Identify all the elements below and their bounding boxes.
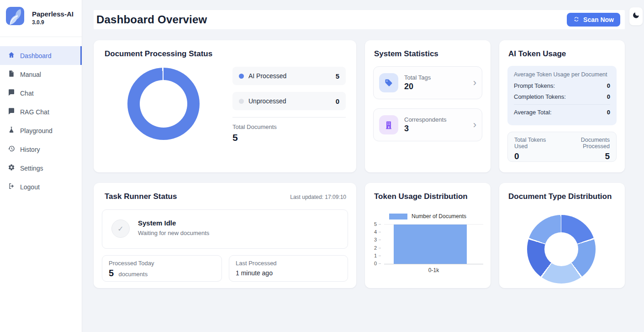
y-tick: 0 xyxy=(374,261,377,266)
processed-today-value: 5 xyxy=(109,268,114,278)
last-processed-panel: Last Processed 1 minute ago xyxy=(229,255,348,282)
legend-swatch xyxy=(389,214,407,220)
sidebar-item-history[interactable]: History xyxy=(0,140,82,159)
logout-icon xyxy=(8,182,15,191)
average-total-label: Average Total: xyxy=(514,109,552,116)
average-total-value: 0 xyxy=(607,109,610,116)
card-title: System Statistics xyxy=(374,49,438,59)
legend-label: AI Processed xyxy=(248,72,286,80)
status-subtitle: Waiting for new documents xyxy=(138,230,209,236)
sidebar-item-label: Logout xyxy=(20,183,40,191)
scan-now-label: Scan Now xyxy=(583,16,614,23)
app-logo-block: Paperless-AI 3.0.9 xyxy=(0,0,82,37)
y-tick: 1 xyxy=(374,253,377,258)
page-title: Dashboard Overview xyxy=(94,13,207,26)
total-tags-row[interactable]: Total Tags 20 › xyxy=(373,66,482,99)
sidebar-item-label: Dashboard xyxy=(20,52,52,59)
sidebar-item-label: Playground xyxy=(20,127,53,134)
document-processing-donut-chart xyxy=(127,68,200,140)
token-usage-distribution-card: Token Usage Distribution Number of Docum… xyxy=(365,183,491,288)
avg-usage-header: Average Token Usage per Document xyxy=(514,71,610,78)
status-title: System Idle xyxy=(138,219,176,227)
sidebar-item-label: History xyxy=(20,146,40,153)
card-title: Token Usage Distribution xyxy=(374,192,468,201)
token-usage-bar-chart xyxy=(384,224,483,264)
processed-today-label: Processed Today xyxy=(109,260,215,267)
card-title: Document Type Distribution xyxy=(508,192,612,201)
sidebar: Paperless-AI 3.0.9 Dashboard Manual Chat… xyxy=(0,0,82,332)
processing-legend: AI Processed 5 Unprocessed 0 Total Docum… xyxy=(232,67,346,143)
document-type-distribution-card: Document Type Distribution xyxy=(499,183,625,288)
moon-icon xyxy=(633,12,639,21)
sidebar-item-settings[interactable]: Settings xyxy=(0,159,82,177)
task-runner-status-card: Task Runner Status Last updated: 17:09:1… xyxy=(94,183,356,288)
building-icon xyxy=(379,115,398,134)
y-tick: 4 xyxy=(374,229,377,235)
document-processing-card: Document Processing Status AI Processed … xyxy=(94,40,356,172)
prompt-tokens-value: 0 xyxy=(607,82,610,89)
sidebar-item-rag-chat[interactable]: RAG Chat xyxy=(0,102,82,121)
stat-value: 3 xyxy=(404,124,447,134)
card-title: AI Token Usage xyxy=(508,49,566,59)
refresh-icon xyxy=(573,16,580,24)
theme-toggle-button[interactable] xyxy=(629,7,643,26)
chat-icon xyxy=(8,89,15,97)
sidebar-nav: Dashboard Manual Chat RAG Chat Playgroun… xyxy=(0,37,82,196)
chevron-right-icon: › xyxy=(473,120,476,130)
divider xyxy=(232,117,346,118)
blue-dot-icon xyxy=(239,74,244,79)
home-icon xyxy=(8,51,15,60)
total-documents-value: 5 xyxy=(232,132,346,143)
ai-token-usage-card: AI Token Usage Average Token Usage per D… xyxy=(499,40,625,172)
total-tokens-used-value: 0 xyxy=(514,151,557,161)
y-tick: 3 xyxy=(374,237,377,242)
app-name: Paperless-AI xyxy=(32,10,74,18)
last-processed-value: 1 minute ago xyxy=(236,269,341,277)
total-documents-label: Total Documents xyxy=(232,123,346,130)
documents-processed-label: Documents Processed xyxy=(557,137,610,150)
sidebar-item-chat[interactable]: Chat xyxy=(0,84,82,102)
card-title: Task Runner Status xyxy=(105,192,177,201)
app-version: 3.0.9 xyxy=(32,19,74,26)
bar-0-1k xyxy=(394,225,467,264)
gray-dot-icon xyxy=(239,99,244,104)
stat-label: Correspondents xyxy=(404,116,447,123)
stat-value: 20 xyxy=(404,82,431,91)
correspondents-row[interactable]: Correspondents 3 › xyxy=(373,108,482,141)
average-token-usage-panel: Average Token Usage per Document Prompt … xyxy=(507,66,617,125)
check-icon: ✓ xyxy=(111,220,130,238)
document-type-donut-chart xyxy=(527,215,596,284)
bar-chart-legend[interactable]: Number of Documents xyxy=(365,213,491,220)
sidebar-item-label: RAG Chat xyxy=(20,108,49,116)
header-bar: Dashboard Overview Scan Now xyxy=(94,10,625,29)
y-axis-ticks: 5 4 3 2 1 0 xyxy=(365,224,381,263)
scan-now-button[interactable]: Scan Now xyxy=(567,13,620,27)
sidebar-item-dashboard[interactable]: Dashboard xyxy=(0,46,82,65)
chevron-right-icon: › xyxy=(473,78,476,88)
sidebar-item-manual[interactable]: Manual xyxy=(0,65,82,84)
legend-item-ai-processed[interactable]: AI Processed 5 xyxy=(232,67,346,85)
completion-tokens-value: 0 xyxy=(607,93,610,100)
legend-item-unprocessed[interactable]: Unprocessed 0 xyxy=(232,92,346,110)
sidebar-item-playground[interactable]: Playground xyxy=(0,121,82,140)
documents-processed-value: 5 xyxy=(557,151,610,161)
total-tokens-used-label: Total Tokens Used xyxy=(514,137,557,150)
document-icon xyxy=(8,70,15,79)
y-tick: 5 xyxy=(374,221,377,227)
legend-label: Unprocessed xyxy=(248,97,286,105)
flask-icon xyxy=(8,126,15,135)
sidebar-item-logout[interactable]: Logout xyxy=(0,177,82,196)
chat-icon xyxy=(8,107,15,116)
x-axis-label: 0-1k xyxy=(384,267,483,273)
history-icon xyxy=(8,145,15,154)
card-title: Document Processing Status xyxy=(105,49,212,59)
prompt-tokens-label: Prompt Tokens: xyxy=(514,82,555,89)
processed-today-unit: documents xyxy=(119,271,148,278)
gear-icon xyxy=(8,164,15,172)
last-processed-label: Last Processed xyxy=(236,260,341,267)
last-updated-timestamp: Last updated: 17:09:10 xyxy=(290,194,346,200)
tag-icon xyxy=(379,73,398,92)
sidebar-item-label: Settings xyxy=(20,165,43,172)
processed-today-panel: Processed Today 5 documents xyxy=(102,255,222,282)
system-status-panel: ✓ System Idle Waiting for new documents xyxy=(102,209,348,249)
